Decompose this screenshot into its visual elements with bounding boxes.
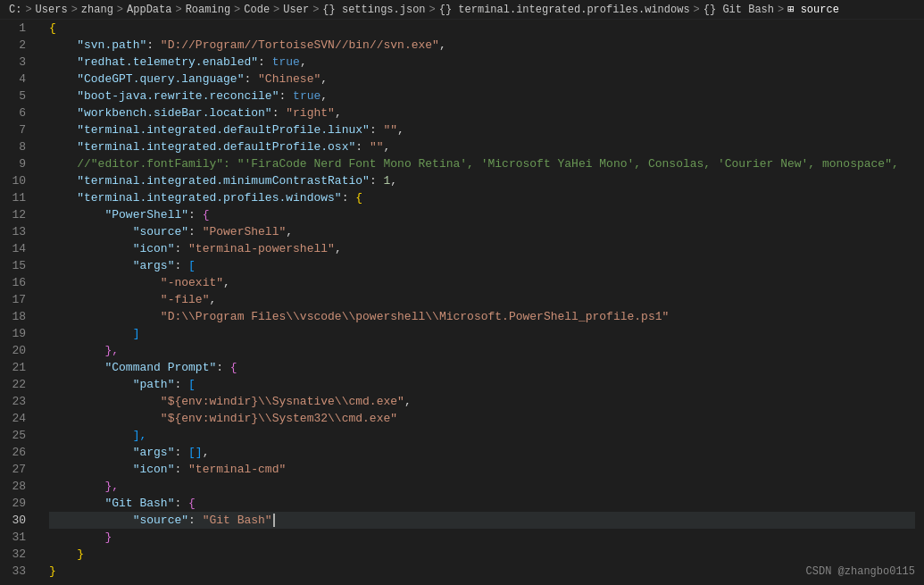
bc-git-bash[interactable]: {} Git Bash <box>703 4 774 16</box>
ln-25: 25 <box>9 427 26 444</box>
ln-14: 14 <box>9 240 26 257</box>
code-line-17: "-file", <box>49 291 915 308</box>
ln-24: 24 <box>9 410 26 427</box>
ln-21: 21 <box>9 359 26 376</box>
ln-13: 13 <box>9 223 26 240</box>
code-line-11: "terminal.integrated.profiles.windows": … <box>49 189 915 206</box>
code-line-30: "source": "Git Bash" <box>49 512 915 529</box>
code-line-23: "${env:windir}\\Sysnative\\cmd.exe", <box>49 393 915 410</box>
code-line-7: "terminal.integrated.defaultProfile.linu… <box>49 121 915 138</box>
code-line-19: ] <box>49 325 915 342</box>
ln-31: 31 <box>9 529 26 546</box>
code-line-25: ], <box>49 427 915 444</box>
ln-6: 6 <box>9 104 26 121</box>
ln-16: 16 <box>9 274 26 291</box>
code-line-1: { <box>49 20 915 37</box>
ln-8: 8 <box>9 138 26 155</box>
ln-7: 7 <box>9 121 26 138</box>
bc-settings-json[interactable]: {} settings.json <box>322 4 425 16</box>
code-line-3: "redhat.telemetry.enabled": true, <box>49 54 915 71</box>
code-line-32: } <box>49 546 915 563</box>
ln-19: 19 <box>9 325 26 342</box>
code-line-33: } <box>49 563 915 580</box>
ln-3: 3 <box>9 54 26 71</box>
code-line-18: "D:\\Program Files\\vscode\\powershell\\… <box>49 308 915 325</box>
bc-roaming[interactable]: Roaming <box>186 4 230 16</box>
code-line-8: "terminal.integrated.defaultProfile.osx"… <box>49 138 915 155</box>
code-line-13: "source": "PowerShell", <box>49 223 915 240</box>
code-line-12: "PowerShell": { <box>49 206 915 223</box>
code-line-4: "CodeGPT.query.language": "Chinese", <box>49 71 915 88</box>
code-line-21: "Command Prompt": { <box>49 359 915 376</box>
ln-22: 22 <box>9 376 26 393</box>
ln-23: 23 <box>9 393 26 410</box>
ln-10: 10 <box>9 172 26 189</box>
ln-4: 4 <box>9 71 26 88</box>
bc-zhang[interactable]: zhang <box>81 4 113 16</box>
ln-28: 28 <box>9 478 26 495</box>
ln-11: 11 <box>9 189 26 206</box>
code-line-9: //"editor.fontFamily": "'FiraCode Nerd F… <box>49 155 915 172</box>
ln-15: 15 <box>9 257 26 274</box>
editor-container: 1 2 3 4 5 6 7 8 9 10 11 12 13 14 15 16 1… <box>0 20 924 585</box>
bc-source[interactable]: ⊞ source <box>787 3 839 16</box>
code-line-10: "terminal.integrated.minimumContrastRati… <box>49 172 915 189</box>
code-line-22: "path": [ <box>49 376 915 393</box>
bc-terminal-profiles[interactable]: {} terminal.integrated.profiles.windows <box>439 4 690 16</box>
ln-29: 29 <box>9 495 26 512</box>
ln-26: 26 <box>9 444 26 461</box>
bc-appdata[interactable]: AppData <box>127 4 171 16</box>
ln-5: 5 <box>9 88 26 104</box>
ln-20: 20 <box>9 342 26 359</box>
ln-9: 9 <box>9 155 26 172</box>
bc-code[interactable]: Code <box>244 4 270 16</box>
code-line-20: }, <box>49 342 915 359</box>
code-line-29: "Git Bash": { <box>49 495 915 512</box>
ln-2: 2 <box>9 37 26 54</box>
ln-30: 30 <box>9 512 26 529</box>
code-line-2: "svn.path": "D://Program//TortoiseSVN//b… <box>49 37 915 54</box>
code-line-26: "args": [], <box>49 444 915 461</box>
breadcrumb-bar: C: > Users > zhang > AppData > Roaming >… <box>0 0 924 20</box>
bc-drive[interactable]: C: <box>9 4 21 16</box>
bc-user[interactable]: User <box>283 4 309 16</box>
code-line-16: "-noexit", <box>49 274 915 291</box>
ln-18: 18 <box>9 308 26 325</box>
code-line-14: "icon": "terminal-powershell", <box>49 240 915 257</box>
code-line-31: } <box>49 529 915 546</box>
ln-33: 33 <box>9 563 26 580</box>
code-line-15: "args": [ <box>49 257 915 274</box>
watermark: CSDN @zhangbo0115 <box>806 565 915 578</box>
code-line-27: "icon": "terminal-cmd" <box>49 461 915 478</box>
line-numbers: 1 2 3 4 5 6 7 8 9 10 11 12 13 14 15 16 1… <box>0 20 40 585</box>
ln-32: 32 <box>9 546 26 563</box>
code-line-6: "workbench.sideBar.location": "right", <box>49 104 915 121</box>
code-area[interactable]: { "svn.path": "D://Program//TortoiseSVN/… <box>40 20 924 585</box>
ln-17: 17 <box>9 291 26 308</box>
code-line-28: }, <box>49 478 915 495</box>
ln-12: 12 <box>9 206 26 223</box>
bc-users[interactable]: Users <box>36 4 68 16</box>
ln-1: 1 <box>9 20 26 37</box>
ln-27: 27 <box>9 461 26 478</box>
code-line-5: "boot-java.rewrite.reconcile": true, <box>49 88 915 104</box>
code-line-24: "${env:windir}\\System32\\cmd.exe" <box>49 410 915 427</box>
